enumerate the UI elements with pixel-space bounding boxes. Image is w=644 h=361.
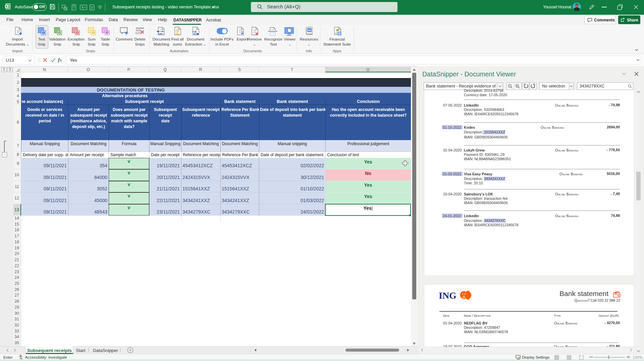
svg-text:ds: ds: [308, 29, 311, 32]
svg-text:T: T: [43, 32, 44, 34]
svg-text:Σ: Σ: [93, 32, 94, 35]
svg-text:£: £: [615, 293, 616, 295]
